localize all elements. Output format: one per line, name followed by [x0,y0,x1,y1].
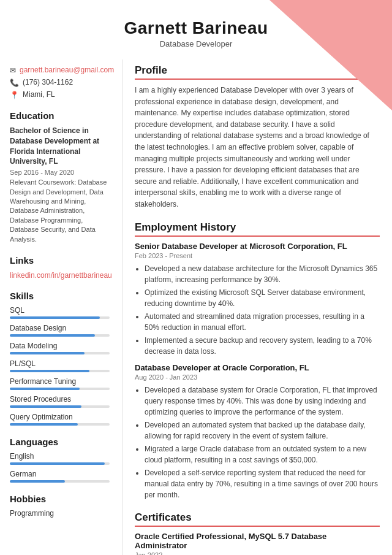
main-content: Profile I am a highly experienced Databa… [125,59,392,555]
certificates-section-title: Certificates [135,511,380,527]
certificates-section: Certificates Oracle Certified Profession… [135,511,380,555]
job-dates: Aug 2020 - Jan 2023 [135,373,380,381]
language-bar-fill [10,462,105,465]
skill-label: Data Modeling [10,342,110,350]
edu-coursework: Relevant Coursework: Database Design and… [10,178,110,244]
employment-section-title: Employment History [135,221,380,237]
skill-item: Data Modeling [10,342,110,354]
skill-bar-bg [10,423,110,426]
links-title: Links [10,255,110,266]
bullet-item: Implemented a secure backup and recovery… [145,335,380,357]
skill-bar-bg [10,370,110,372]
skill-item: Performance Tuning [10,377,110,390]
contact-section: ✉ garnett.barineau@gmail.com 📞 (176) 304… [10,66,110,99]
skill-label: Performance Tuning [10,377,110,386]
skill-bar-fill [10,370,89,372]
bg-triangle-top-right [270,0,392,110]
email-item: ✉ garnett.barineau@gmail.com [10,66,110,75]
skill-bar-bg [10,405,110,408]
cert-entry: Oracle Certified Professional, MySQL 5.7… [135,532,380,555]
skill-bar-bg [10,352,110,354]
skill-item: SQL [10,306,110,319]
skill-bar-bg [10,316,110,319]
skill-label: PL/SQL [10,359,110,368]
edu-degree: Bachelor of Science in Database Developm… [10,126,110,167]
skill-item: PL/SQL [10,359,110,372]
bullet-item: Migrated a large Oracle database from an… [145,443,380,465]
employment-section: Employment History Senior Database Devel… [135,221,380,500]
skill-bar-fill [10,423,78,426]
job-dates: Feb 2023 - Present [135,252,380,259]
cert-date: Jan 2022 [135,551,380,555]
language-label: German [10,470,110,478]
edu-dates: Sep 2016 - May 2020 [10,169,110,176]
skill-bar-fill [10,352,85,354]
bullet-item: Developed a database system for Oracle C… [145,385,380,418]
bullet-item: Automated and streamlined data migration… [145,311,380,333]
job-title: Database Developer at Oracle Corporation… [135,363,380,372]
cert-name: Oracle Certified Professional, MySQL 5.7… [135,532,380,550]
languages-list: English German [10,452,110,483]
skill-label: Stored Procedures [10,395,110,404]
skills-section: Skills SQL Database Design Data Modeling… [10,291,110,426]
languages-title: Languages [10,437,110,447]
job-entry: Senior Database Developer at Microsoft C… [135,242,380,357]
language-item: English [10,452,110,465]
language-item: German [10,470,110,483]
phone-item: 📞 (176) 304-1162 [10,78,110,87]
skill-label: Database Design [10,324,110,332]
language-label: English [10,452,110,461]
linkedin-link[interactable]: linkedin.com/in/garnettbarineau [10,271,112,280]
sidebar: ✉ garnett.barineau@gmail.com 📞 (176) 304… [0,59,119,555]
education-section: Education Bachelor of Science in Databas… [10,110,110,244]
skill-label: SQL [10,306,110,315]
languages-section: Languages English German [10,437,110,483]
location-text: Miami, FL [23,90,55,99]
skill-bar-fill [10,405,81,408]
hobby-item: Programming [10,509,110,518]
links-section: Links linkedin.com/in/garnettbarineau [10,255,110,280]
email-link[interactable]: garnett.barineau@gmail.com [20,66,114,74]
bullet-item: Optimized the existing Microsoft SQL Ser… [145,287,380,309]
skill-label: Query Optimization [10,413,110,421]
location-icon: 📍 [10,91,19,99]
job-bullets: Developed a database system for Oracle C… [135,385,380,500]
jobs-list: Senior Database Developer at Microsoft C… [135,242,380,500]
skill-item: Stored Procedures [10,395,110,408]
phone-text: (176) 304-1162 [23,78,73,86]
skill-bar-bg [10,388,110,390]
bullet-item: Developed an automated system that backe… [145,419,380,442]
hobbies-section: Hobbies Programming [10,494,110,518]
language-bar-fill [10,480,65,483]
language-bar-bg [10,480,110,483]
bullet-item: Developed a new database architecture fo… [145,263,380,285]
skill-item: Query Optimization [10,413,110,426]
skill-bar-bg [10,334,110,337]
content-divider [122,59,123,555]
skill-item: Database Design [10,324,110,337]
hobbies-list: Programming [10,509,110,518]
language-bar-bg [10,462,110,465]
hobbies-title: Hobbies [10,494,110,504]
email-icon: ✉ [10,66,16,75]
skills-title: Skills [10,291,110,301]
bullet-item: Developed a self-service reporting syste… [145,467,380,500]
job-title: Senior Database Developer at Microsoft C… [135,242,380,251]
skill-bar-fill [10,316,100,319]
phone-icon: 📞 [10,78,19,87]
education-title: Education [10,110,110,121]
main-layout: ✉ garnett.barineau@gmail.com 📞 (176) 304… [0,59,392,555]
skill-bar-fill [10,388,80,390]
skills-list: SQL Database Design Data Modeling PL/SQL… [10,306,110,426]
job-entry: Database Developer at Oracle Corporation… [135,363,380,500]
location-item: 📍 Miami, FL [10,90,110,99]
certs-list: Oracle Certified Professional, MySQL 5.7… [135,532,380,555]
job-bullets: Developed a new database architecture fo… [135,263,380,357]
skill-bar-fill [10,334,95,337]
page: Garnett Barineau Database Developer ✉ ga… [0,0,392,555]
